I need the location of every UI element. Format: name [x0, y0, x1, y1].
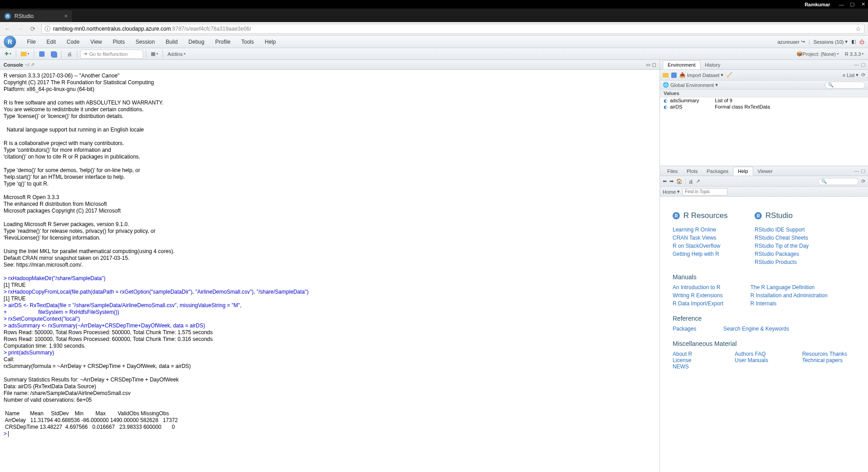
help-link[interactable]: R on StackOverflow	[673, 243, 728, 249]
rstudio-favicon-icon: R	[5, 13, 11, 19]
save-workspace-button[interactable]	[671, 73, 677, 78]
console-path-picker-icon[interactable]: ⇗	[31, 62, 35, 68]
menu-build[interactable]: Build	[161, 37, 182, 47]
env-search-input[interactable]: 🔍	[825, 82, 865, 89]
console-output[interactable]: R version 3.3.3 (2017-03-06) -- "Another…	[0, 70, 660, 472]
help-link[interactable]: R Data Import/Export	[673, 300, 723, 307]
refresh-env-button[interactable]: ⟳	[861, 72, 865, 78]
menu-debug[interactable]: Debug	[184, 37, 209, 47]
docked-icon[interactable]: ◧	[851, 39, 856, 45]
panel-minimize-icon[interactable]: ▭	[646, 62, 650, 67]
user-menu[interactable]: azureuser ↪	[778, 39, 805, 45]
help-link[interactable]: FAQ	[755, 351, 766, 357]
menu-code[interactable]: Code	[62, 37, 84, 47]
nav-reload-icon[interactable]: ⟳	[29, 25, 37, 32]
bookmark-star-icon[interactable]: ☆	[855, 25, 861, 32]
power-icon[interactable]: ⏻	[859, 39, 864, 45]
help-link[interactable]: RStudio Packages	[755, 251, 809, 257]
panel-collapse-icon[interactable]: —	[854, 62, 859, 68]
help-forward-button[interactable]: ➡	[669, 178, 674, 184]
help-link[interactable]: The R Language Definition	[750, 284, 827, 290]
help-link[interactable]: NEWS	[673, 363, 689, 370]
tab-history[interactable]: History	[701, 61, 725, 69]
menu-tools[interactable]: Tools	[237, 37, 258, 47]
help-link[interactable]: Thanks	[829, 351, 847, 357]
help-link[interactable]: An Introduction to R	[673, 284, 723, 290]
help-link[interactable]: About R	[673, 351, 692, 357]
window-maximize-icon[interactable]: ▢	[849, 1, 855, 8]
browser-tab[interactable]: R RStudio ×	[0, 10, 72, 22]
help-link[interactable]: Authors	[735, 351, 753, 357]
url-input[interactable]: i ramblog-mn0.northcentralus.cloudapp.az…	[41, 24, 864, 34]
help-refresh-button[interactable]: ⟳	[861, 178, 865, 184]
tab-files[interactable]: Files	[663, 167, 682, 175]
new-file-button[interactable]: ✚	[3, 50, 13, 59]
menu-edit[interactable]: Edit	[42, 37, 60, 47]
find-in-topic-input[interactable]	[683, 188, 728, 195]
help-search-input[interactable]: 🔍	[818, 178, 859, 185]
help-link[interactable]: User Manuals	[735, 357, 768, 363]
expand-icon[interactable]: ◐	[664, 98, 670, 103]
help-content: RR Resources Learning R Online CRAN Task…	[660, 197, 868, 378]
help-popout-button[interactable]: ↗	[696, 178, 700, 184]
nav-back-icon[interactable]: ←	[4, 25, 12, 32]
help-link[interactable]: RStudio Cheat Sheets	[755, 235, 809, 241]
panel-layout-icon[interactable]: ▢	[861, 168, 865, 174]
help-link[interactable]: Search Engine & Keywords	[723, 326, 789, 332]
panel-layout-icon[interactable]: ▢	[861, 62, 865, 68]
tab-help[interactable]: Help	[733, 167, 753, 176]
help-link[interactable]: RStudio Products	[755, 259, 809, 265]
help-link[interactable]: CRAN Task Views	[673, 235, 728, 241]
help-breadcrumb[interactable]: Home ▾	[663, 189, 680, 195]
panel-collapse-icon[interactable]: —	[854, 168, 859, 174]
help-link[interactable]: Writing R Extensions	[673, 292, 723, 299]
menu-plots[interactable]: Plots	[108, 37, 130, 47]
project-menu[interactable]: 📦 Project: (None)	[795, 50, 841, 59]
tab-packages[interactable]: Packages	[702, 167, 733, 175]
menu-session[interactable]: Session	[131, 37, 159, 47]
help-link[interactable]: RStudio IDE Support	[755, 227, 809, 233]
load-workspace-button[interactable]	[663, 73, 669, 77]
r-version-menu[interactable]: R 3.3.3	[843, 50, 865, 59]
tab-plots[interactable]: Plots	[682, 167, 702, 175]
help-link[interactable]: R Internals	[750, 300, 827, 307]
tab-viewer[interactable]: Viewer	[753, 167, 777, 175]
help-link[interactable]: Resources	[802, 351, 828, 357]
menu-view[interactable]: View	[86, 37, 107, 47]
addins-menu[interactable]: Addins	[166, 50, 187, 59]
site-info-icon[interactable]: i	[45, 26, 50, 32]
help-link[interactable]: License	[673, 357, 691, 363]
expand-icon[interactable]: ◐	[664, 104, 670, 109]
env-row[interactable]: ◐ adsSummary List of 9	[660, 97, 868, 104]
help-link[interactable]: Learning R Online	[673, 227, 728, 233]
help-link[interactable]: Getting Help with R	[673, 251, 728, 257]
env-scope-selector[interactable]: 🌐 Global Environment ▾	[663, 82, 718, 88]
import-dataset-button[interactable]: 📥 Import Dataset ▾	[679, 72, 723, 78]
window-close-icon[interactable]: ✕	[860, 1, 866, 8]
goto-file-input[interactable]: ➜ Go to file/function	[80, 50, 143, 59]
help-home-button[interactable]: 🏠	[676, 178, 683, 184]
help-link[interactable]: R Installation and Administration	[750, 292, 827, 299]
help-back-button[interactable]: ⬅	[663, 178, 667, 184]
tab-close-icon[interactable]: ×	[64, 13, 68, 19]
print-button[interactable]: 🖨	[64, 50, 74, 59]
help-link[interactable]: Packages	[673, 326, 696, 332]
help-print-button[interactable]: 🖨	[688, 179, 693, 184]
menu-help[interactable]: Help	[260, 37, 280, 47]
grid-button[interactable]: ▦	[149, 50, 160, 59]
menu-profile[interactable]: Profile	[211, 37, 235, 47]
save-all-button[interactable]	[49, 50, 59, 59]
open-file-button[interactable]	[19, 50, 31, 59]
save-button[interactable]	[37, 50, 47, 59]
env-view-mode[interactable]: ≡ List ▾	[842, 72, 859, 78]
menu-file[interactable]: File	[23, 37, 40, 47]
nav-forward-icon[interactable]: →	[16, 25, 24, 32]
window-minimize-icon[interactable]: —	[838, 1, 845, 8]
env-row[interactable]: ◐ airDS Formal class RxTextData	[660, 104, 868, 110]
panel-maximize-icon[interactable]: ▢	[652, 62, 656, 67]
clear-workspace-button[interactable]: 🧹	[726, 72, 732, 78]
help-link[interactable]: RStudio Tip of the Day	[755, 243, 809, 249]
sessions-menu[interactable]: Sessions (10) ▾	[814, 39, 848, 45]
tab-environment[interactable]: Environment	[663, 60, 701, 69]
help-link[interactable]: Technical papers	[802, 357, 843, 363]
